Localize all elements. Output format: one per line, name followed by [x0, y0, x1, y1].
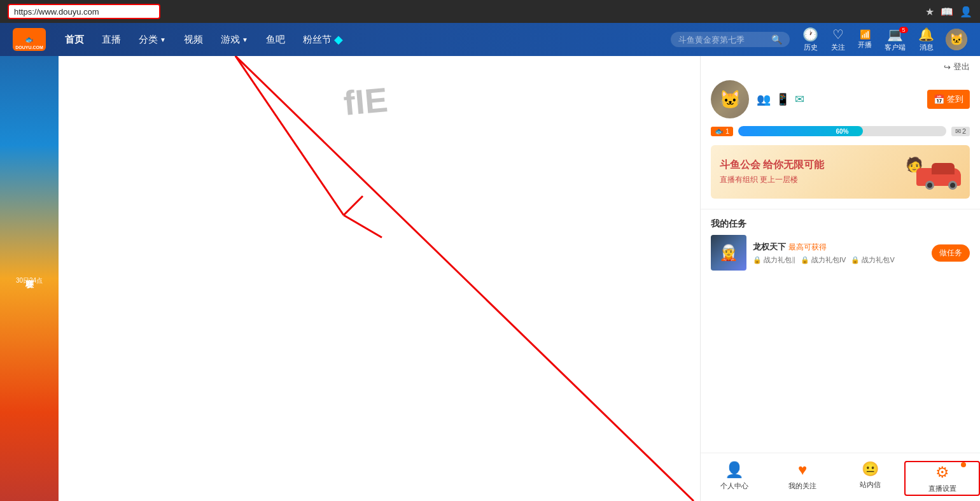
- level-badge: 🐟 1: [711, 127, 733, 136]
- live-settings-label: 直播设置: [928, 484, 956, 493]
- bell-icon: 🔔: [918, 27, 934, 42]
- history-icon: 🕐: [802, 27, 818, 42]
- guild-title: 斗鱼公会 给你无限可能: [720, 159, 904, 172]
- follow-action[interactable]: ♡ 关注: [825, 27, 851, 52]
- right-panel: ↪ 登出 🐱 👥 📱 ✉ 📅 签到 🐟 1: [700, 56, 980, 501]
- browser-chrome: https://www.douyu.com ★ 📖 👤: [0, 0, 980, 23]
- lock-icon-2: 🔒: [801, 256, 809, 264]
- broadcast-action[interactable]: 📶 开播: [851, 29, 878, 50]
- message-label: 消息: [920, 43, 934, 52]
- checkin-label: 签到: [947, 94, 963, 105]
- profile-avatar[interactable]: 🐱: [711, 80, 749, 118]
- follow-icon: ♡: [832, 27, 844, 42]
- settings-icon: ⚙: [935, 463, 949, 481]
- task-rewards: 🔒 战力礼包∥ 🔒 战力礼包IV 🔒 战力礼包V: [753, 255, 925, 265]
- logout-button[interactable]: ↪ 登出: [944, 61, 970, 73]
- reward-3-text: 战力礼包V: [862, 255, 894, 265]
- task-game-avatar: 🧝: [711, 235, 746, 271]
- site-logo[interactable]: 🐟: [13, 28, 46, 51]
- checkin-icon: 📅: [934, 94, 944, 104]
- avatar-image: 🐱: [711, 80, 749, 118]
- follows-label: 我的关注: [788, 481, 816, 491]
- history-label: 历史: [804, 43, 818, 52]
- nav-video[interactable]: 视频: [175, 23, 212, 56]
- user-actions: 🕐 历史 ♡ 关注 📶 开播 5 💻 客户端 🔔 消息 🐱 1: [796, 27, 967, 52]
- level-progress-bar: 60%: [738, 126, 946, 136]
- bookmark-icon[interactable]: ★: [925, 6, 934, 18]
- mail-icon[interactable]: ✉: [795, 92, 804, 106]
- logout-row: ↪ 登出: [701, 56, 980, 75]
- user-avatar[interactable]: 🐱 1: [946, 29, 967, 50]
- reward-2-text: 战力礼包IV: [811, 255, 846, 265]
- annotation-text: fIE: [342, 80, 389, 123]
- broadcast-icon: 📶: [860, 29, 871, 39]
- lock-icon-3: 🔒: [851, 256, 860, 264]
- search-box[interactable]: 🔍: [671, 32, 790, 47]
- msg-icon: ✉: [955, 127, 961, 136]
- tasks-title: 我的任务: [711, 218, 970, 230]
- fish-icon-small: 🐟: [715, 127, 724, 136]
- nav-live[interactable]: 直播: [93, 23, 130, 56]
- nav-my-follows[interactable]: ♥ 我的关注: [769, 461, 837, 496]
- level-row: 🐟 1 60% ✉ 2: [701, 123, 980, 139]
- banner-strip: 联赛 30日24点: [0, 56, 59, 501]
- friend-icon[interactable]: 👥: [757, 92, 771, 106]
- nav-bar: 🐟 首页 直播 分类 ▼ 视频 游戏 ▼ 鱼吧 粉丝节 ◆ 🔍 🕐 历史 ♡ 关…: [0, 23, 980, 56]
- nav-live-settings[interactable]: ⚙ 直播设置: [904, 461, 980, 496]
- reader-icon[interactable]: 📖: [941, 6, 953, 18]
- nav-yuba[interactable]: 鱼吧: [257, 23, 294, 56]
- client-action[interactable]: 5 💻 客户端: [878, 27, 912, 52]
- reward-1-text: 战力礼包∥: [764, 255, 795, 265]
- phone-icon[interactable]: 📱: [776, 92, 790, 106]
- profile-icon[interactable]: 👤: [960, 6, 972, 18]
- nav-category[interactable]: 分类 ▼: [130, 23, 175, 56]
- main-content: 联赛 30日24点 fIE ↪ 登出 🐱: [0, 56, 980, 501]
- personal-center-label: 个人中心: [720, 481, 748, 491]
- logout-label: 登出: [953, 61, 970, 73]
- tasks-section: 我的任务 🧝 龙权天下 最高可获得 🔒 战力礼包∥: [701, 213, 980, 276]
- do-task-button[interactable]: 做任务: [932, 244, 970, 262]
- checkin-button[interactable]: 📅 签到: [927, 90, 970, 109]
- car-wheel-rear: [925, 181, 934, 190]
- task-reward-1: 🔒 战力礼包∥: [753, 255, 795, 265]
- divider-1: [701, 209, 980, 209]
- msg-count: 2: [962, 127, 966, 135]
- guild-subtitle: 直播有组织 更上一层楼: [720, 174, 904, 185]
- url-bar[interactable]: https://www.douyu.com: [8, 4, 160, 19]
- main-white-area: [59, 56, 700, 501]
- inbox-icon: 😐: [862, 461, 879, 477]
- broadcast-label: 开播: [858, 40, 872, 50]
- message-action[interactable]: 🔔 消息: [912, 27, 941, 52]
- personal-center-icon: 👤: [725, 461, 744, 479]
- profile-icons: 👥 📱 ✉: [757, 92, 804, 106]
- nav-home[interactable]: 首页: [56, 23, 93, 56]
- guild-text: 斗鱼公会 给你无限可能 直播有组织 更上一层楼: [720, 159, 904, 185]
- task-info: 龙权天下 最高可获得 🔒 战力礼包∥ 🔒 战力礼包IV �: [753, 241, 925, 265]
- level-number: 1: [725, 127, 729, 135]
- history-action[interactable]: 🕐 历史: [796, 27, 825, 52]
- task-max-label: 最高可获得: [788, 243, 827, 251]
- nav-personal-center[interactable]: 👤 个人中心: [701, 461, 769, 496]
- lock-icon-1: 🔒: [753, 256, 762, 264]
- client-badge: 5: [899, 27, 908, 33]
- task-reward-3: 🔒 战力礼包V: [851, 255, 894, 265]
- car-roof: [932, 163, 955, 174]
- bottom-nav: 👤 个人中心 ♥ 我的关注 😐 站内信 ⚙ 直播设置: [701, 453, 980, 501]
- game-arrow: ▼: [242, 36, 248, 43]
- guild-banner[interactable]: 斗鱼公会 给你无限可能 直播有组织 更上一层楼 🧑: [711, 145, 970, 199]
- search-icon[interactable]: 🔍: [771, 34, 782, 45]
- message-count-badge: ✉ 2: [951, 127, 970, 136]
- task-item: 🧝 龙权天下 最高可获得 🔒 战力礼包∥ 🔒 战力礼包: [711, 235, 970, 271]
- nav-fans[interactable]: 粉丝节 ◆: [294, 23, 352, 56]
- nav-inbox[interactable]: 😐 站内信: [837, 461, 905, 496]
- search-input[interactable]: [678, 35, 767, 45]
- url-text: https://www.douyu.com: [14, 7, 99, 17]
- banner-date: 30日24点: [16, 276, 43, 285]
- nav-game[interactable]: 游戏 ▼: [212, 23, 257, 56]
- settings-dot-badge: [961, 462, 966, 467]
- diamond-icon: ◆: [334, 32, 343, 46]
- task-game-name: 龙权天下: [753, 242, 786, 251]
- browser-icons: ★ 📖 👤: [925, 6, 972, 18]
- category-arrow: ▼: [160, 36, 166, 43]
- task-reward-2: 🔒 战力礼包IV: [801, 255, 846, 265]
